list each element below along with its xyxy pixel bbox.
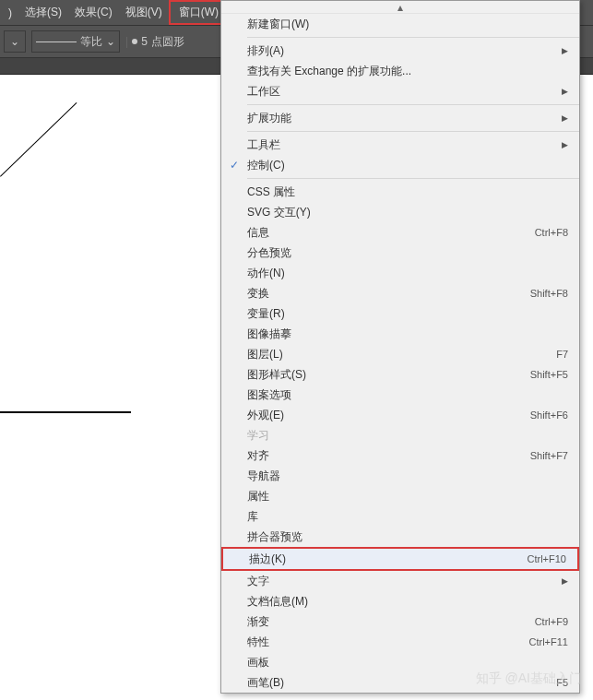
menu-item-image-trace[interactable]: 图像描摹 [221, 324, 579, 344]
chevron-down-icon: ⌄ [10, 35, 19, 48]
menu-item-new-window[interactable]: 新建窗口(W) [221, 14, 579, 34]
menu-item-flattener[interactable]: 拼合器预览 [221, 527, 579, 547]
menu-item-actions[interactable]: 动作(N) [221, 263, 579, 283]
menu-item-workspace[interactable]: 工作区▶ [221, 81, 579, 101]
submenu-arrow-icon: ▶ [557, 113, 568, 123]
menu-item-layers[interactable]: 图层(L)F7 [221, 344, 579, 364]
menu-item-exchange[interactable]: 查找有关 Exchange 的扩展功能... [221, 61, 579, 81]
menu-item-gradient[interactable]: 渐变Ctrl+F9 [221, 611, 579, 632]
check-icon: ✓ [221, 159, 247, 172]
diagonal-path[interactable] [0, 104, 77, 178]
menu-item-attributes[interactable]: 属性 [221, 486, 579, 506]
submenu-arrow-icon: ▶ [557, 87, 568, 96]
menu-item-magic-wand[interactable]: 特性Ctrl+F11 [221, 632, 579, 652]
dot-icon [132, 39, 137, 44]
divider: | [125, 35, 128, 48]
chevron-down-icon: ⌄ [106, 35, 115, 48]
menubar-item-select[interactable]: 选择(S) [18, 1, 68, 24]
menu-item-transform[interactable]: 变换Shift+F8 [221, 283, 579, 303]
menu-item-arrange[interactable]: 排列(A)▶ [221, 41, 579, 61]
menu-item-navigator[interactable]: 导航器 [221, 466, 579, 486]
menu-item-pattern-opts[interactable]: 图案选项 [221, 385, 579, 405]
submenu-arrow-icon: ▶ [557, 576, 568, 586]
menu-separator [247, 178, 579, 179]
menu-item-align[interactable]: 对齐Shift+F7 [221, 445, 579, 466]
menu-item-variables[interactable]: 变量(R) [221, 303, 579, 324]
menu-item-appearance[interactable]: 外观(E)Shift+F6 [221, 405, 579, 425]
menubar-item-view[interactable]: 视图(V) [119, 1, 169, 24]
menu-item-artboards[interactable]: 画板 [221, 652, 579, 672]
menu-item-libraries[interactable]: 库 [221, 506, 579, 527]
menu-item-sep-preview[interactable]: 分色预览 [221, 243, 579, 263]
menu-item-control[interactable]: ✓控制(C) [221, 155, 579, 175]
menu-item-doc-info[interactable]: 文档信息(M) [221, 591, 579, 611]
horizontal-path[interactable] [0, 411, 131, 413]
menu-scroll-up[interactable]: ▴ [221, 1, 579, 14]
watermark: 知乎 @AI基础入门 [476, 670, 582, 687]
menu-item-toolbar[interactable]: 工具栏▶ [221, 135, 579, 155]
menu-item-graphic-styles[interactable]: 图形样式(S)Shift+F5 [221, 364, 579, 385]
menu-item-learn: 学习 [221, 425, 579, 445]
submenu-arrow-icon: ▶ [557, 46, 568, 55]
pt-value: 5 [141, 35, 148, 48]
menu-separator [247, 37, 579, 38]
window-dropdown-menu: ▴ 新建窗口(W) 排列(A)▶ 查找有关 Exchange 的扩展功能... … [220, 0, 580, 694]
triangle-up-icon: ▴ [397, 1, 403, 14]
menubar-item-partial[interactable]: ) [2, 3, 18, 23]
stroke-line-icon [36, 42, 77, 42]
submenu-arrow-icon: ▶ [557, 140, 568, 149]
toolbar-dropdown-1[interactable]: ⌄ [4, 30, 26, 53]
menu-item-extensions[interactable]: 扩展功能▶ [221, 108, 579, 128]
menu-separator [247, 131, 579, 132]
menu-separator [247, 104, 579, 105]
menu-item-css-props[interactable]: CSS 属性 [221, 182, 579, 202]
menu-item-info[interactable]: 信息Ctrl+F8 [221, 222, 579, 243]
menu-item-stroke[interactable]: 描边(K)Ctrl+F10 [221, 547, 579, 571]
menu-item-type[interactable]: 文字▶ [221, 571, 579, 591]
stroke-ratio-label: 等比 [80, 34, 102, 50]
pt-label: 点圆形 [151, 34, 184, 50]
menu-item-svg-interact[interactable]: SVG 交互(Y) [221, 202, 579, 222]
stroke-profile-dropdown[interactable]: 等比 ⌄ [31, 30, 120, 53]
menubar-item-effect[interactable]: 效果(C) [68, 1, 119, 24]
brush-preset[interactable]: | 5 点圆形 [125, 34, 184, 50]
